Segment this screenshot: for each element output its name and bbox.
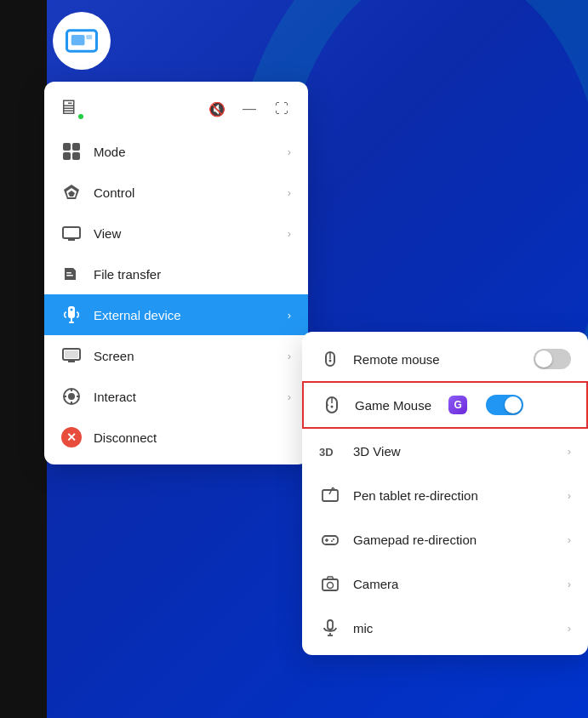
control-chevron: › [288, 186, 291, 199]
gamepad-icon [319, 528, 341, 550]
svg-line-37 [329, 487, 333, 494]
mic-chevron: › [568, 622, 571, 635]
sidebar-item-control[interactable]: Control › [44, 172, 308, 213]
svg-line-38 [333, 487, 334, 489]
camera-label: Camera [353, 577, 398, 591]
sidebar-item-disconnect[interactable]: ✕ Disconnect [44, 417, 308, 458]
submenu-item-mic[interactable]: mic › [302, 606, 588, 650]
menu-header: 🖥 🔇 — ⛶ [44, 88, 308, 131]
svg-point-31 [329, 360, 332, 362]
mode-chevron: › [288, 145, 291, 158]
menu-panel: 🖥 🔇 — ⛶ Mode › Control › [44, 82, 308, 464]
sidebar-item-view[interactable]: View › [44, 213, 308, 254]
svg-text:3D: 3D [319, 446, 334, 459]
svg-rect-22 [65, 350, 78, 358]
disconnect-icon-wrapper: ✕ [61, 427, 82, 447]
remote-mouse-toggle[interactable] [534, 349, 571, 369]
control-icon [61, 182, 82, 202]
disconnect-icon: ✕ [61, 427, 82, 447]
svg-point-42 [333, 538, 334, 540]
sidebar-item-interact[interactable]: Interact › [44, 376, 308, 417]
3d-view-chevron: › [568, 445, 571, 458]
file-transfer-icon [61, 264, 82, 284]
svg-rect-1 [71, 35, 85, 45]
external-device-chevron: › [288, 309, 291, 322]
pen-tablet-icon [319, 484, 341, 506]
svg-point-24 [68, 393, 75, 400]
interact-icon [61, 386, 82, 407]
svg-rect-14 [66, 275, 73, 276]
mode-icon [61, 141, 82, 162]
svg-rect-4 [72, 143, 80, 151]
view-chevron: › [288, 227, 291, 240]
external-device-icon [61, 305, 82, 325]
connection-status-dot [77, 112, 85, 121]
svg-point-45 [328, 583, 334, 589]
svg-rect-15 [68, 306, 75, 318]
remote-mouse-label: Remote mouse [353, 352, 440, 367]
menu-header-monitor: 🖥 [58, 95, 85, 123]
svg-rect-10 [63, 227, 80, 238]
svg-rect-46 [328, 620, 333, 630]
gamepad-chevron: › [568, 533, 571, 546]
minimize-button[interactable]: — [237, 96, 262, 122]
sidebar-item-screen[interactable]: Screen › [44, 335, 308, 376]
svg-rect-18 [69, 322, 74, 323]
svg-rect-3 [63, 143, 71, 151]
view-label: View [94, 226, 121, 241]
mute-button[interactable]: 🔇 [204, 96, 230, 122]
camera-chevron: › [568, 578, 571, 590]
screen-icon [61, 345, 82, 366]
external-device-label: External device [94, 308, 181, 322]
disconnect-label: Disconnect [94, 430, 157, 445]
remote-mouse-icon [319, 348, 341, 370]
interact-chevron: › [288, 390, 291, 403]
svg-point-43 [331, 540, 333, 542]
file-transfer-label: File transfer [94, 267, 161, 282]
submenu-item-remote-mouse[interactable]: Remote mouse [302, 337, 588, 381]
background-left [0, 0, 47, 718]
game-mouse-label: Game Mouse [355, 398, 431, 413]
submenu-item-3d-view[interactable]: 3D 3D View › [302, 429, 588, 473]
sidebar-item-file-transfer[interactable]: File transfer [44, 254, 308, 294]
submenu-item-gamepad[interactable]: Gamepad re-direction › [302, 517, 588, 561]
game-mouse-icon [321, 394, 343, 416]
submenu-item-game-mouse[interactable]: Game Mouse G [302, 381, 588, 429]
game-mouse-toggle[interactable] [486, 395, 523, 415]
3d-view-label: 3D View [353, 444, 401, 459]
interact-label: Interact [94, 390, 136, 404]
pen-tablet-label: Pen tablet re-direction [353, 488, 478, 503]
sidebar-item-mode[interactable]: Mode › [44, 131, 308, 172]
svg-rect-17 [71, 317, 72, 322]
app-icon[interactable] [53, 12, 111, 70]
game-mouse-badge: G [448, 396, 467, 414]
svg-point-34 [331, 406, 334, 408]
view-icon [61, 223, 82, 243]
remote-mouse-toggle-thumb [535, 350, 552, 368]
gamepad-label: Gamepad re-direction [353, 533, 477, 547]
game-mouse-toggle-thumb [505, 396, 522, 413]
svg-rect-2 [86, 35, 92, 39]
mode-label: Mode [94, 145, 126, 159]
control-label: Control [94, 185, 134, 200]
screen-chevron: › [288, 350, 291, 362]
sidebar-item-external-device[interactable]: External device › [44, 294, 308, 335]
svg-rect-13 [66, 272, 71, 274]
svg-rect-5 [63, 152, 71, 160]
camera-icon [319, 573, 341, 595]
screen-label: Screen [94, 349, 134, 363]
fullscreen-button[interactable]: ⛶ [269, 96, 294, 122]
3d-view-icon: 3D [319, 440, 341, 462]
svg-point-16 [71, 309, 73, 311]
svg-rect-39 [323, 536, 338, 544]
submenu-item-pen-tablet[interactable]: Pen tablet re-direction › [302, 473, 588, 517]
submenu-panel: Remote mouse Game Mouse G 3D 3D View › [302, 332, 588, 655]
submenu-item-camera[interactable]: Camera › [302, 561, 588, 606]
pen-tablet-chevron: › [568, 489, 571, 502]
mic-label: mic [353, 621, 373, 635]
mic-icon [319, 617, 341, 639]
svg-rect-6 [72, 152, 80, 160]
